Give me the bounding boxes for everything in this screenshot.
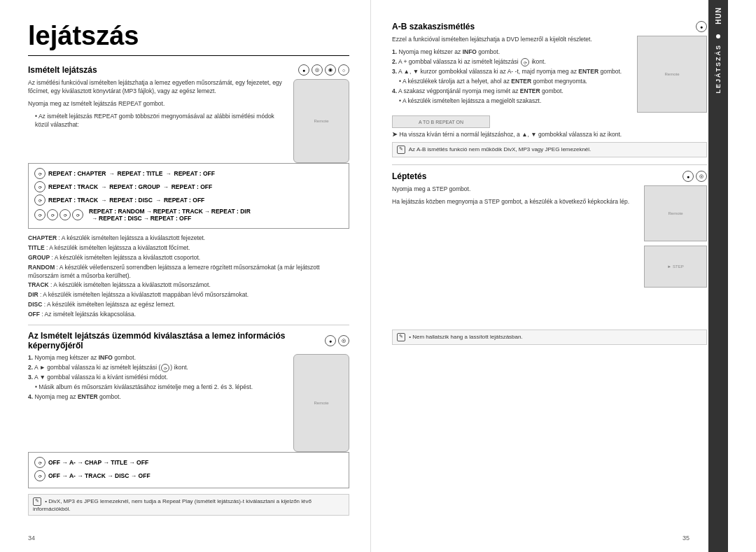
repeat-text-2b: REPEAT : GROUP — [109, 183, 160, 190]
ab-section-title: A-B szakaszismétlés — [392, 22, 696, 31]
ab-note-text: Az A-B ismétlés funkció nem működik DivX… — [409, 146, 592, 153]
arrow-4d: → — [144, 215, 149, 222]
icon4: ○ — [338, 64, 349, 76]
repeat-icon-2: ⟳ — [34, 181, 46, 192]
repeat-icon-3: ⟳ — [34, 194, 46, 206]
icon2-1: ● — [325, 335, 336, 346]
arrow-1: → — [109, 171, 115, 177]
icon2: ◎ — [312, 64, 323, 76]
repeat-text-2c: REPEAT : OFF — [172, 183, 212, 190]
main-title: lejátszás — [28, 21, 349, 51]
device-image-2: Remote — [293, 354, 349, 452]
step-note-text: • Nem hallatszik hang a lassított lejáts… — [409, 334, 522, 340]
page-number-right: 35 — [682, 535, 690, 542]
repeat-icon-4a: ⟳ — [34, 209, 46, 220]
repeat-text-3: REPEAT : TRACK — [48, 197, 98, 204]
device-image-1: Remote — [293, 79, 349, 163]
arrow-2b: → — [163, 184, 169, 190]
step-note-icon: ✎ — [397, 333, 405, 341]
repeat-icon-1: ⟳ — [34, 168, 46, 179]
repeat-text-4d: REPEAT : DISC — [99, 215, 142, 222]
side-tab: HUN LEJÁTSZÁS — [708, 0, 728, 552]
repeat-text-3b: REPEAT : DISC — [109, 197, 153, 204]
right-page: A-B szakaszismétlés ● Remote Ezzel a fun… — [371, 0, 728, 552]
icon1: ● — [298, 64, 309, 76]
ab-icon1: ● — [696, 21, 707, 32]
icon3: ◉ — [325, 64, 336, 76]
repeat-icon-4b: ⟳ — [47, 209, 58, 220]
step-note-box: ✎ • Nem hallatszik hang a lassított lejá… — [392, 330, 707, 345]
arrow-3b: → — [155, 197, 161, 204]
note-text-1: • DivX, MP3 és JPEG lemezeknél, nem tudj… — [33, 498, 312, 512]
repeat-text-2: REPEAT : TRACK — [48, 183, 98, 190]
repeat-row-2: ⟳ REPEAT : TRACK → REPEAT : GROUP → REPE… — [34, 181, 343, 192]
ab-note-icon: ✎ — [397, 146, 405, 154]
desc-random: RANDOM : A készülék véletlenszerű sorren… — [28, 264, 349, 281]
remote-img-2: Remote — [293, 354, 349, 452]
desc-disc: DISC : A készülék ismételten lejátssza a… — [28, 301, 349, 309]
side-tab-dot — [716, 34, 720, 38]
repeat-icon-22: ⟳ — [34, 470, 46, 481]
arrow-2: → — [101, 184, 106, 190]
repeat-text-4c: REPEAT : DIR — [211, 208, 251, 215]
section1-title: Ismételt lejátszás — [28, 65, 298, 75]
ab-tip: ➤ Ha vissza kíván térni a normál lejátsz… — [392, 131, 707, 138]
ab-image: A TO B REPEAT ON — [392, 115, 490, 128]
step-section-content: Remote ► STEP Nyomja meg a STEP gombot. … — [392, 185, 707, 288]
repeat-row-21: ⟳ OFF → A- → CHAP → TITLE → OFF — [34, 457, 343, 468]
arrow-4b: → — [204, 208, 210, 215]
repeat-row-22: ⟳ OFF → A- → TRACK → DISC → OFF — [34, 470, 343, 481]
left-page: lejátszás Ismételt lejátszás ● ◎ ◉ ○ Rem… — [0, 0, 371, 552]
side-tab-section-label: LEJÁTSZÁS — [715, 44, 722, 94]
repeat-inline-icon: ⟳ — [161, 364, 169, 372]
step-section-header: Léptetés ● ◎ — [392, 171, 707, 182]
section1-content: Remote Az ismétlési funkcióval ismételte… — [28, 79, 349, 163]
step-icon1: ● — [682, 171, 694, 182]
step-device-image: Remote ► STEP — [644, 185, 707, 288]
step-section-icons: ● ◎ — [682, 171, 707, 182]
ab-note-box: ✎ Az A-B ismétlés funkció nem működik Di… — [392, 142, 707, 157]
ab-device-image: Remote — [637, 36, 707, 113]
desc-dir: DIR : A készülék ismételten lejátssza a … — [28, 291, 349, 299]
repeat-icon-4d: ⟳ — [72, 209, 83, 220]
ab-repeat-icon: ⟳ — [521, 58, 529, 66]
ab-remote-img: Remote — [637, 36, 707, 113]
four-icons: ⟳ ⟳ ⟳ ⟳ — [34, 209, 83, 220]
repeat-text-1c: REPEAT : OFF — [174, 170, 215, 177]
desc-chapter: CHAPTER : A készülék ismételten lejátssz… — [28, 234, 349, 243]
desc-off: OFF : Az ismételt lejátszás kikapcsolása… — [28, 311, 349, 319]
section1-icons: ● ◎ ◉ ○ — [298, 64, 349, 76]
repeat-icon-21: ⟳ — [34, 457, 46, 468]
remote-img-1: Remote — [293, 79, 349, 163]
ab-image-label: A TO B REPEAT ON — [419, 120, 463, 125]
step-tv-img: ► STEP — [644, 246, 707, 288]
rr22-text: OFF → A- → TRACK → DISC → OFF — [48, 472, 150, 479]
repeat-row-1: ⟳ REPEAT : CHAPTER → REPEAT : TITLE → RE… — [34, 168, 343, 179]
description-list: CHAPTER : A készülék ismételten lejátssz… — [28, 234, 349, 319]
repeat-text-4e: REPEAT : OFF — [150, 215, 191, 222]
desc-track: TRACK : A készülék ismételten lejátssza … — [28, 281, 349, 290]
arrow-1b: → — [166, 171, 172, 177]
repeat-text-4b: REPEAT : TRACK — [153, 208, 203, 215]
step-icon2: ◎ — [696, 171, 707, 182]
ab-section-content: Remote Ezzel a funkcióval ismételten lej… — [392, 36, 707, 113]
page-number-left: 34 — [28, 535, 35, 542]
repeat-text-4a: REPEAT : RANDOM — [89, 208, 145, 215]
arrow-4a: → — [146, 208, 152, 215]
icon2-2: ◎ — [338, 335, 349, 346]
section2-icons: ● ◎ — [325, 335, 349, 346]
note-icon-1: ✎ — [33, 497, 41, 506]
section1-header: Ismételt lejátszás ● ◎ ◉ ○ — [28, 64, 349, 76]
step-remote-img: Remote — [644, 185, 707, 241]
repeat-icon-4c: ⟳ — [59, 209, 71, 220]
repeat-text-1: REPEAT : CHAPTER — [48, 170, 106, 177]
rr21-text: OFF → A- → CHAP → TITLE → OFF — [48, 459, 148, 466]
repeat-text-3c: REPEAT : OFF — [164, 197, 204, 204]
repeat-row-3: ⟳ REPEAT : TRACK → REPEAT : DISC → REPEA… — [34, 194, 343, 206]
ab-section-header: A-B szakaszismétlés ● — [392, 21, 707, 32]
repeat-text-1b: REPEAT : TITLE — [118, 170, 163, 177]
ab-section-icons: ● — [696, 21, 707, 32]
arrow-3: → — [101, 197, 106, 204]
section2-content: Remote 1. Nyomja meg kétszer az INFO gom… — [28, 354, 349, 452]
step-section-title: Léptetés — [392, 171, 682, 181]
